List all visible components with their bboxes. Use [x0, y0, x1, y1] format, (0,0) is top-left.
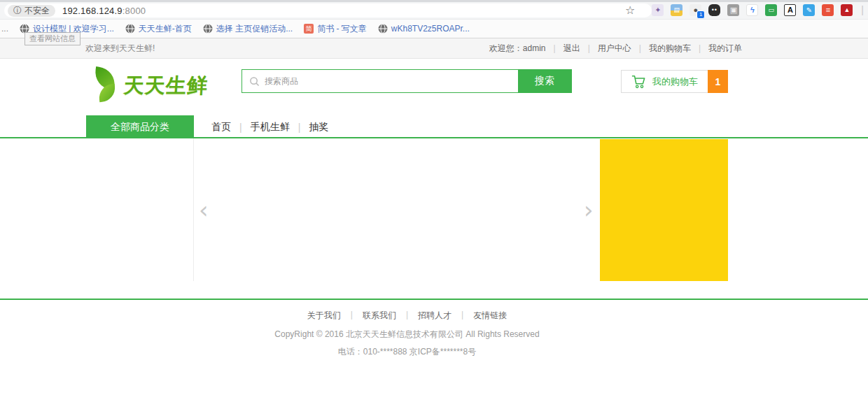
- site-logo[interactable]: 天天生鲜: [93, 65, 212, 107]
- jianshu-favicon-icon: 简: [304, 24, 314, 34]
- bookmark-jianshu[interactable]: 简 简书 - 写文章: [304, 23, 367, 35]
- bookmarks-bar: ... 设计模型 | 欢迎学习... 天天生鲜-首页 选择 主页促销活动... …: [0, 20, 868, 38]
- search-input-wrap: [242, 70, 518, 92]
- greeting-label: 欢迎您：admin: [489, 43, 546, 55]
- security-chip[interactable]: ⓘ 不安全: [8, 5, 55, 17]
- recruit-link[interactable]: 招聘人才: [418, 310, 451, 322]
- cart-count-badge: 1: [708, 70, 728, 93]
- separator: |: [239, 122, 242, 133]
- user-center-link[interactable]: 用户中心: [598, 43, 631, 55]
- separator: |: [406, 310, 408, 322]
- globe-favicon-icon: [378, 24, 388, 34]
- toolbar-separator: |: [861, 4, 864, 15]
- separator: |: [554, 43, 556, 53]
- globe-favicon-icon: [203, 24, 213, 34]
- clip-extension-icon[interactable]: ▣: [727, 4, 739, 16]
- separator: |: [298, 122, 301, 133]
- separator: |: [351, 310, 353, 322]
- cart-label: 我的购物车: [652, 76, 698, 88]
- cart-icon: [631, 75, 646, 89]
- bookmark-label: wKh8TV2z5ROAPr...: [391, 24, 470, 34]
- welcome-bar: 欢迎来到天天生鲜! 欢迎您：admin | 退出 | 用户中心 | 我的购物车 …: [0, 38, 868, 59]
- bookmark-star-icon[interactable]: ☆: [625, 4, 635, 16]
- nav-mobile-fresh-link[interactable]: 手机生鲜: [251, 121, 290, 134]
- bookmark-label: 天天生鲜-首页: [139, 23, 192, 35]
- logout-link[interactable]: 退出: [564, 43, 580, 55]
- search-input[interactable]: [265, 70, 518, 92]
- notes-extension-icon[interactable]: ≡: [822, 4, 834, 16]
- globe-favicon-icon: [125, 24, 135, 34]
- separator: |: [699, 43, 701, 53]
- url-port: :8000: [122, 6, 146, 16]
- cube-extension-icon[interactable]: ✦: [652, 4, 664, 16]
- copyright-text: CopyRight © 2016 北京天天生鲜信息技术有限公司 All Righ…: [86, 329, 728, 340]
- welcome-message: 欢迎来到天天生鲜!: [85, 38, 155, 58]
- browser-toolbar: ⓘ 不安全 192.168.124.9:8000 ☆ ✦ ▤ ●1 •• ▣ ϟ…: [0, 0, 868, 20]
- info-icon: ⓘ: [13, 5, 22, 17]
- leaf-logo-icon: [93, 66, 124, 106]
- logo-text: 天天生鲜: [123, 72, 209, 100]
- bookmark-dailyfresh-home[interactable]: 天天生鲜-首页: [125, 23, 192, 35]
- carousel-prev-button[interactable]: ‹: [199, 198, 209, 222]
- phone-icp-text: 电话：010-****888 京ICP备*******8号: [86, 346, 728, 358]
- promo-banner[interactable]: [600, 139, 728, 281]
- category-sidebar: [86, 138, 194, 281]
- bookmark-wkh8[interactable]: wKh8TV2z5ROAPr...: [378, 24, 470, 34]
- footer-links: 关于我们 | 联系我们 | 招聘人才 | 友情链接: [86, 310, 728, 322]
- bookmark-label: 简书 - 写文章: [317, 23, 367, 35]
- footer-top-border: [0, 299, 868, 300]
- printer-extension-icon[interactable]: ▭: [765, 4, 777, 16]
- acrobat-extension-icon[interactable]: ▲: [841, 4, 853, 16]
- lightning-extension-icon[interactable]: ϟ: [746, 4, 758, 16]
- username: admin: [523, 43, 546, 53]
- letter-a-extension-icon[interactable]: A: [784, 4, 796, 16]
- bookmark-label: 选择 主页促销活动...: [216, 23, 293, 35]
- address-bar[interactable]: ⓘ 不安全 192.168.124.9:8000: [4, 3, 652, 17]
- bookmark-promo-select[interactable]: 选择 主页促销活动...: [203, 23, 293, 35]
- nav-home-link[interactable]: 首页: [211, 121, 231, 134]
- search-button[interactable]: 搜索: [518, 70, 571, 92]
- separator: |: [461, 310, 463, 322]
- security-chip-label: 不安全: [24, 5, 50, 17]
- owl-extension-icon[interactable]: ••: [708, 4, 720, 16]
- friend-links-link[interactable]: 友情链接: [473, 310, 507, 322]
- bookmark-label: ...: [1, 24, 8, 34]
- contact-us-link[interactable]: 联系我们: [363, 310, 396, 322]
- site-info-tooltip: 查看网站信息: [24, 32, 80, 45]
- edit-extension-icon[interactable]: ✎: [803, 4, 815, 16]
- url-host: 192.168.124.9: [62, 6, 122, 16]
- my-cart-link[interactable]: 我的购物车: [649, 43, 691, 55]
- my-orders-link[interactable]: 我的订单: [708, 43, 742, 55]
- url-text[interactable]: 192.168.124.9:8000: [62, 6, 146, 16]
- photo-extension-icon[interactable]: ▤: [671, 4, 682, 16]
- carousel-next-button[interactable]: ›: [584, 198, 594, 222]
- all-categories-button[interactable]: 全部商品分类: [86, 115, 194, 138]
- extensions-row: ☆ ✦ ▤ ●1 •• ▣ ϟ ▭ A ✎ ≡ ▲ |: [625, 2, 864, 17]
- nav-links: 首页 | 手机生鲜 | 抽奖: [211, 115, 328, 138]
- about-us-link[interactable]: 关于我们: [307, 310, 341, 322]
- footer: 关于我们 | 联系我们 | 招聘人才 | 友情链接 CopyRight © 20…: [86, 310, 728, 358]
- notifier-badge: 1: [696, 10, 705, 19]
- search-box: 搜索: [241, 69, 572, 93]
- nav-lottery-link[interactable]: 抽奖: [309, 121, 328, 134]
- separator: |: [639, 43, 641, 53]
- search-icon: [249, 76, 260, 87]
- user-links: 欢迎您：admin | 退出 | 用户中心 | 我的购物车 | 我的订单: [489, 38, 742, 58]
- notifier-extension-icon[interactable]: ●1: [690, 4, 701, 16]
- bookmark-truncated[interactable]: ...: [1, 24, 8, 34]
- cart-box[interactable]: 我的购物车 1: [621, 70, 728, 93]
- separator: |: [588, 43, 590, 53]
